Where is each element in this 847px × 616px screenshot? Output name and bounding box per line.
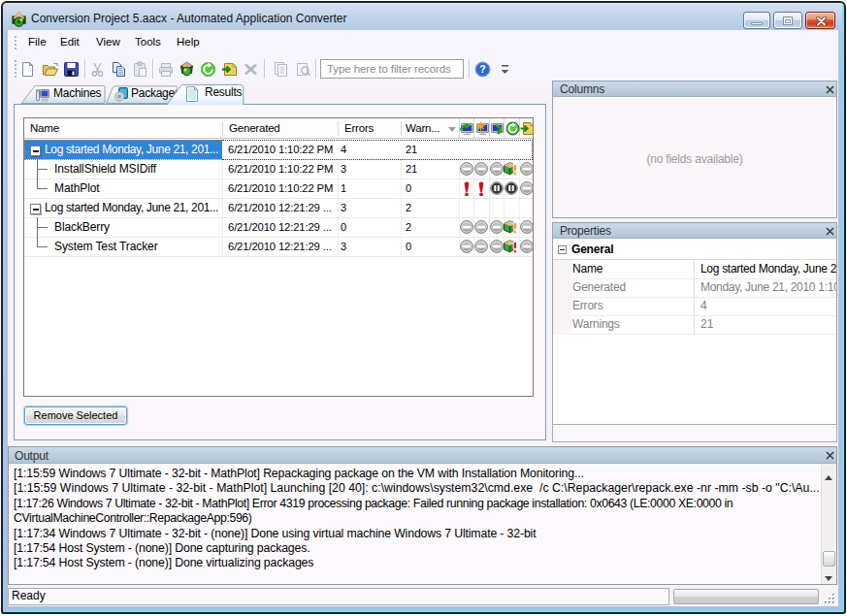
svg-text:?: ? [479, 63, 485, 75]
